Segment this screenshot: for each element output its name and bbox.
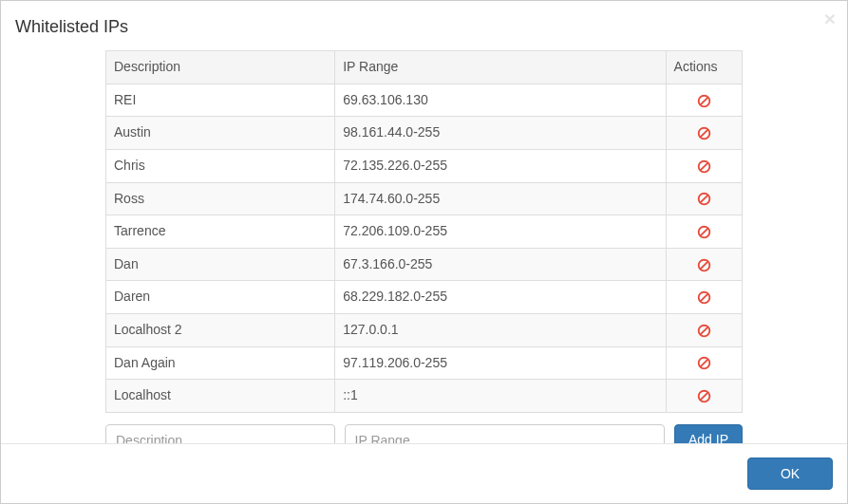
table-row: Tarrence72.206.109.0-255: [106, 215, 743, 249]
cell-actions: [666, 117, 742, 150]
modal-header: Whitelisted IPs ×: [1, 1, 847, 50]
cell-actions: [666, 248, 742, 281]
table-row: Austin98.161.44.0-255: [106, 117, 743, 150]
ok-button[interactable]: OK: [747, 457, 833, 490]
cell-ip-range: 72.135.226.0-255: [335, 149, 666, 182]
cell-description: Dan Again: [106, 346, 335, 380]
cell-actions: [666, 281, 742, 314]
cell-actions: [666, 182, 742, 215]
cell-ip-range: 174.74.60.0-255: [335, 182, 666, 215]
svg-line-5: [700, 162, 707, 170]
ips-table: Description IP Range Actions REI69.63.10…: [105, 50, 743, 413]
cell-description: Dan: [106, 248, 335, 281]
cell-actions: [666, 215, 742, 249]
svg-line-9: [700, 229, 707, 236]
modal-body: Description IP Range Actions REI69.63.10…: [1, 50, 847, 443]
table-row: Localhost::1: [106, 380, 743, 413]
table-row: Localhost 2127.0.0.1: [106, 313, 743, 346]
header-ip-range: IP Range: [335, 51, 666, 84]
modal-footer: OK: [1, 443, 847, 503]
cell-actions: [666, 313, 742, 346]
svg-line-1: [700, 97, 707, 104]
cell-ip-range: 127.0.0.1: [335, 313, 666, 346]
cell-description: Localhost 2: [106, 313, 335, 346]
svg-line-11: [700, 261, 707, 269]
cell-description: REI: [106, 84, 335, 117]
description-input[interactable]: [105, 424, 335, 443]
table-header-row: Description IP Range Actions: [106, 51, 743, 84]
cell-description: Localhost: [106, 380, 335, 413]
whitelisted-ips-modal: Whitelisted IPs × Description IP Range A…: [0, 0, 848, 504]
svg-line-15: [700, 327, 707, 334]
svg-line-19: [700, 392, 707, 400]
table-row: Daren68.229.182.0-255: [106, 281, 743, 314]
cell-ip-range: 69.63.106.130: [335, 84, 666, 117]
add-ip-button[interactable]: Add IP: [674, 424, 743, 443]
svg-line-7: [700, 196, 707, 203]
table-row: REI69.63.106.130: [106, 84, 743, 117]
svg-line-17: [700, 360, 707, 367]
cell-ip-range: ::1: [335, 380, 666, 413]
add-ip-form: Add IP: [105, 424, 743, 443]
cell-actions: [666, 149, 742, 182]
close-button[interactable]: ×: [824, 9, 836, 28]
cell-description: Daren: [106, 281, 335, 314]
svg-line-3: [700, 130, 707, 138]
delete-icon[interactable]: [697, 157, 711, 176]
cell-description: Tarrence: [106, 215, 335, 249]
delete-icon[interactable]: [697, 255, 711, 274]
delete-icon[interactable]: [697, 386, 711, 405]
cell-ip-range: 68.229.182.0-255: [335, 281, 666, 314]
cell-description: Ross: [106, 182, 335, 215]
table-row: Dan67.3.166.0-255: [106, 248, 743, 281]
cell-actions: [666, 84, 742, 117]
cell-actions: [666, 380, 742, 413]
delete-icon[interactable]: [697, 222, 711, 241]
delete-icon[interactable]: [697, 123, 711, 142]
table-row: Ross174.74.60.0-255: [106, 182, 743, 215]
delete-icon[interactable]: [697, 354, 711, 373]
table-row: Chris72.135.226.0-255: [106, 149, 743, 182]
table-row: Dan Again97.119.206.0-255: [106, 346, 743, 380]
cell-description: Chris: [106, 149, 335, 182]
svg-line-13: [700, 294, 707, 302]
delete-icon[interactable]: [697, 190, 711, 209]
cell-ip-range: 97.119.206.0-255: [335, 346, 666, 380]
header-description: Description: [106, 51, 335, 84]
delete-icon[interactable]: [697, 91, 711, 110]
delete-icon[interactable]: [697, 288, 711, 307]
delete-icon[interactable]: [697, 321, 711, 340]
cell-ip-range: 98.161.44.0-255: [335, 117, 666, 150]
header-actions: Actions: [666, 51, 742, 84]
cell-actions: [666, 346, 742, 380]
cell-ip-range: 72.206.109.0-255: [335, 215, 666, 249]
cell-description: Austin: [106, 117, 335, 150]
ip-range-input[interactable]: [345, 424, 665, 443]
modal-title: Whitelisted IPs: [15, 15, 833, 39]
cell-ip-range: 67.3.166.0-255: [335, 248, 666, 281]
